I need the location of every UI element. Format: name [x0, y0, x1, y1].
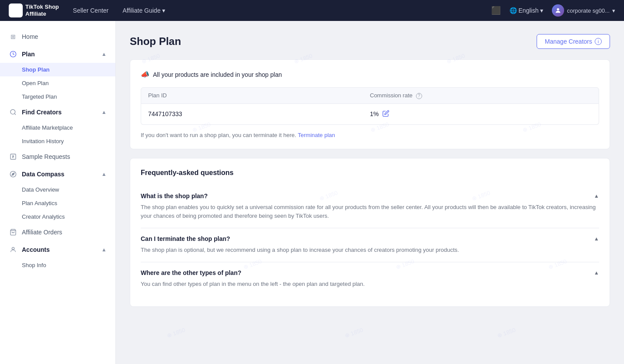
sidebar-plan-label: Plan	[22, 51, 35, 58]
sidebar-item-find-creators[interactable]: Find Creators ▲	[0, 103, 115, 121]
globe-icon: 🌐	[510, 7, 517, 14]
sidebar-sub-item-open-plan[interactable]: Open Plan	[0, 76, 115, 90]
affiliate-marketplace-label: Affiliate Marketplace	[22, 124, 73, 131]
megaphone-icon: 📣	[141, 70, 149, 79]
faq-answer-1: The shop plan enables you to quickly set…	[141, 203, 599, 221]
sidebar-sub-item-plan-analytics[interactable]: Plan Analytics	[0, 196, 115, 210]
faq-card: Frequently-asked questions What is the s…	[130, 158, 610, 307]
sidebar-item-accounts[interactable]: Accounts ▲	[0, 241, 115, 258]
page-title: Shop Plan	[130, 35, 181, 48]
plan-id-header: Plan ID	[148, 92, 370, 99]
sidebar-sub-item-data-overview[interactable]: Data Overview	[0, 183, 115, 196]
faq-item-2: Can I terminate the shop plan? ▲ The sho…	[141, 228, 599, 262]
sample-requests-label: Sample Requests	[22, 153, 70, 160]
info-banner: 📣 All your products are included in your…	[141, 70, 599, 79]
chat-icon[interactable]: ⬛	[491, 6, 501, 15]
commission-rate-header: Commission rate ?	[370, 92, 592, 99]
language-selector[interactable]: 🌐 English ▾	[510, 7, 544, 14]
plan-analytics-label: Plan Analytics	[22, 200, 57, 206]
manage-creators-info-icon: i	[595, 38, 602, 45]
info-message: All your products are included in your s…	[153, 71, 282, 78]
topnav-right: ⬛ 🌐 English ▾ corporate sg00... ▾	[491, 4, 615, 17]
top-navigation: TikTok Shop Affiliate Seller Center Affi…	[0, 0, 624, 21]
data-compass-chevron-icon: ▲	[101, 171, 107, 177]
sidebar-sub-item-invitation-history[interactable]: Invitation History	[0, 134, 115, 148]
sidebar-home-label: Home	[22, 33, 38, 40]
faq-question-1-text: What is the shop plan?	[141, 192, 208, 199]
tiktok-icon	[9, 3, 23, 17]
user-name: corporate sg00...	[567, 7, 610, 14]
faq-title: Frequently-asked questions	[141, 169, 599, 177]
plan-id-value: 7447107333	[148, 110, 370, 117]
sidebar-item-plan[interactable]: Plan ▲	[0, 45, 115, 63]
creator-analytics-label: Creator Analytics	[22, 213, 65, 220]
faq-question-1[interactable]: What is the shop plan? ▲	[141, 192, 599, 199]
main-content: ⊕ 1850 ⊕ 1850 ⊕ 1850 ⊕ 1850 ⊕ 1850 ⊕ 185…	[116, 21, 624, 364]
commission-help-icon[interactable]: ?	[416, 93, 422, 99]
seller-center-link[interactable]: Seller Center	[73, 7, 109, 14]
affiliate-guide-link[interactable]: Affiliate Guide ▾	[123, 7, 166, 14]
table-row: 7447107333 1%	[141, 104, 599, 125]
manage-creators-label: Manage Creators	[545, 38, 592, 45]
faq-question-2[interactable]: Can I terminate the shop plan? ▲	[141, 235, 599, 242]
table-header: Plan ID Commission rate ?	[141, 87, 599, 104]
faq-question-2-text: Can I terminate the shop plan?	[141, 235, 230, 242]
svg-marker-5	[12, 173, 14, 175]
lang-chevron-icon: ▾	[540, 7, 543, 14]
manage-creators-button[interactable]: Manage Creators i	[537, 34, 610, 49]
sidebar-sub-item-affiliate-marketplace[interactable]: Affiliate Marketplace	[0, 121, 115, 134]
open-plan-label: Open Plan	[22, 80, 49, 86]
logo[interactable]: TikTok Shop Affiliate	[9, 3, 59, 17]
sidebar-item-home[interactable]: ⊞ Home	[0, 28, 115, 45]
terminate-text: If you don't want to run a shop plan, yo…	[141, 132, 296, 138]
faq-item-3: Where are the other types of plan? ▲ You…	[141, 262, 599, 296]
sidebar-item-data-compass[interactable]: Data Compass ▲	[0, 165, 115, 183]
sample-requests-icon	[9, 152, 17, 161]
data-compass-icon	[9, 170, 17, 179]
user-chevron-icon: ▾	[612, 7, 615, 14]
faq-item-1: What is the shop plan? ▲ The shop plan e…	[141, 185, 599, 229]
terminate-section: If you don't want to run a shop plan, yo…	[141, 132, 599, 138]
logo-text: TikTok Shop Affiliate	[25, 3, 59, 17]
edit-commission-button[interactable]	[382, 110, 389, 118]
sidebar: ⊞ Home Plan ▲ Shop Plan Open Plan Target…	[0, 21, 116, 364]
terminate-plan-link[interactable]: Terminate plan	[298, 132, 335, 138]
accounts-chevron-icon: ▲	[101, 247, 107, 253]
svg-point-7	[12, 247, 14, 250]
affiliate-orders-icon	[9, 228, 17, 237]
data-overview-label: Data Overview	[22, 186, 59, 193]
commission-rate-value: 1%	[370, 110, 379, 117]
plan-chevron-up-icon: ▲	[101, 51, 107, 57]
faq-answer-2: The shop plan is optional, but we recomm…	[141, 246, 599, 255]
faq-chevron-3-icon: ▲	[594, 270, 599, 276]
avatar	[552, 4, 564, 17]
targeted-plan-label: Targeted Plan	[22, 93, 57, 100]
faq-question-3[interactable]: Where are the other types of plan? ▲	[141, 269, 599, 276]
accounts-icon	[9, 245, 17, 254]
page-header: Shop Plan Manage Creators i	[130, 34, 610, 49]
sidebar-sub-item-shop-plan[interactable]: Shop Plan	[0, 63, 115, 76]
accounts-label: Accounts	[22, 246, 50, 253]
svg-point-2	[10, 110, 15, 114]
faq-chevron-1-icon: ▲	[594, 193, 599, 199]
faq-chevron-2-icon: ▲	[594, 236, 599, 242]
sidebar-sub-item-targeted-plan[interactable]: Targeted Plan	[0, 90, 115, 103]
svg-point-0	[557, 8, 559, 10]
shop-info-label: Shop Info	[22, 262, 46, 268]
commission-cell: 1%	[370, 110, 592, 118]
affiliate-orders-label: Affiliate Orders	[22, 229, 62, 236]
sidebar-sub-item-creator-analytics[interactable]: Creator Analytics	[0, 210, 115, 223]
find-creators-label: Find Creators	[22, 109, 62, 116]
sidebar-sub-item-shop-info[interactable]: Shop Info	[0, 258, 115, 272]
shop-plan-card: 📣 All your products are included in your…	[130, 59, 610, 149]
sidebar-item-affiliate-orders[interactable]: Affiliate Orders	[0, 223, 115, 241]
plan-icon	[9, 50, 17, 58]
shop-plan-label: Shop Plan	[22, 66, 50, 73]
find-creators-chevron-icon: ▲	[101, 109, 107, 115]
user-menu[interactable]: corporate sg00... ▾	[552, 4, 615, 17]
sidebar-item-sample-requests[interactable]: Sample Requests	[0, 148, 115, 165]
faq-question-3-text: Where are the other types of plan?	[141, 269, 241, 276]
chevron-down-icon: ▾	[162, 7, 165, 14]
faq-answer-3: You can find other types of plan in the …	[141, 280, 599, 289]
home-icon: ⊞	[9, 32, 17, 41]
